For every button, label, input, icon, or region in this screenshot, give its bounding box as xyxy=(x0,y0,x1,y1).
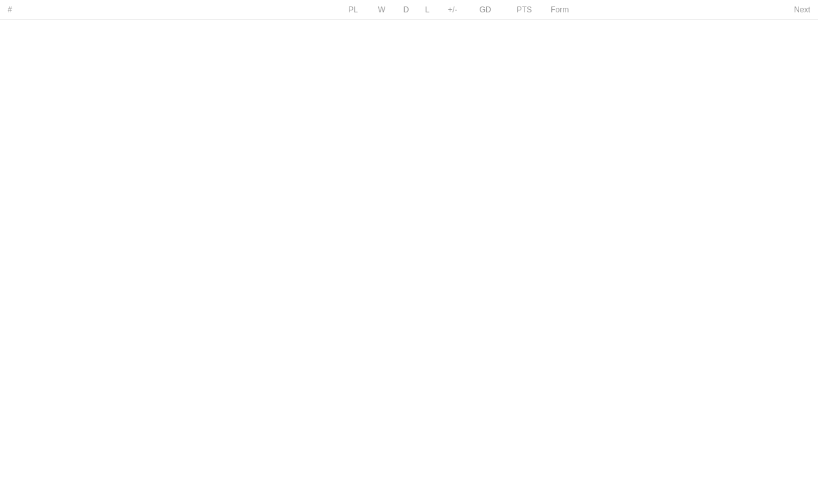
col-pts: PTS xyxy=(503,0,545,20)
col-pos: # xyxy=(0,0,20,20)
col-w: W xyxy=(368,0,394,20)
col-pl: PL xyxy=(338,0,368,20)
col-goals: +/- xyxy=(437,0,468,20)
col-next: Next xyxy=(763,0,818,20)
col-logo xyxy=(20,0,39,20)
col-gd: GD xyxy=(468,0,503,20)
col-form: Form xyxy=(545,0,763,20)
col-team xyxy=(39,0,338,20)
col-d: D xyxy=(395,0,418,20)
col-l: L xyxy=(417,0,437,20)
league-table: # PL W D L +/- GD PTS Form Next xyxy=(0,0,818,20)
